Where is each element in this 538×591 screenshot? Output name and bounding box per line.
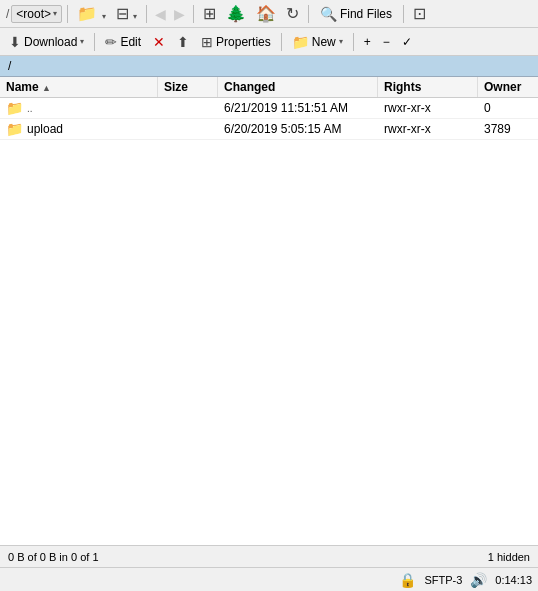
column-rights[interactable]: Rights bbox=[378, 77, 478, 97]
sep2 bbox=[146, 5, 147, 23]
root-label: <root> bbox=[16, 7, 51, 21]
move-btn[interactable]: ⬆ bbox=[172, 32, 194, 52]
edit-icon: ✏ bbox=[105, 34, 117, 50]
root-dropdown-btn[interactable]: <root> ▾ bbox=[11, 5, 62, 23]
edit-label: Edit bbox=[120, 35, 141, 49]
new-chevron-icon: ▾ bbox=[339, 37, 343, 46]
find-files-btn[interactable]: 🔍 Find Files bbox=[314, 4, 398, 24]
status-right: 1 hidden bbox=[488, 551, 530, 563]
status-left: 0 B of 0 B in 0 of 1 bbox=[8, 551, 99, 563]
file-changed-cell: 6/20/2019 5:05:15 AM bbox=[218, 119, 378, 139]
minus-btn[interactable]: − bbox=[378, 33, 395, 51]
back-btn[interactable]: ◀ bbox=[152, 4, 169, 24]
plus-icon: + bbox=[364, 35, 371, 49]
download-chevron-icon: ▾ bbox=[80, 37, 84, 46]
download-icon: ⬇ bbox=[9, 34, 21, 50]
filter-chevron-icon: ▾ bbox=[133, 12, 137, 21]
connection-bar: 🔒 SFTP-3 🔊 0:14:13 bbox=[0, 567, 538, 591]
sep3 bbox=[193, 5, 194, 23]
sep6 bbox=[94, 33, 95, 51]
sep7 bbox=[281, 33, 282, 51]
column-owner[interactable]: Owner bbox=[478, 77, 538, 97]
check-btn[interactable]: ✓ bbox=[397, 33, 417, 51]
home-btn[interactable]: 🏠 bbox=[252, 2, 280, 25]
grid-view-btn[interactable]: ⊞ bbox=[199, 2, 220, 25]
find-files-label: Find Files bbox=[340, 7, 392, 21]
root-chevron-icon: ▾ bbox=[53, 9, 57, 18]
refresh-btn[interactable]: ↻ bbox=[282, 2, 303, 25]
delete-icon: ✕ bbox=[153, 34, 165, 50]
file-size-cell bbox=[158, 119, 218, 139]
sep4 bbox=[308, 5, 309, 23]
properties-btn[interactable]: ⊞ Properties bbox=[196, 32, 276, 52]
sep8 bbox=[353, 33, 354, 51]
folder-icon: 📁 bbox=[77, 5, 97, 22]
folder-btn[interactable]: 📁 ▾ bbox=[73, 2, 109, 25]
file-list-container[interactable]: Name ▲ Size Changed Rights Owner 📁 .. 6/… bbox=[0, 77, 538, 545]
current-path-bar: / bbox=[0, 56, 538, 77]
properties-label: Properties bbox=[216, 35, 271, 49]
edit-btn[interactable]: ✏ Edit bbox=[100, 32, 146, 52]
lock-icon: 🔒 bbox=[399, 572, 416, 588]
toolbar-row1: / <root> ▾ 📁 ▾ ⊟ ▾ ◀ ▶ ⊞ 🌲 🏠 ↻ 🔍 Find Fi… bbox=[0, 0, 538, 28]
table-row[interactable]: 📁 .. 6/21/2019 11:51:51 AM rwxr-xr-x 0 bbox=[0, 98, 538, 119]
column-name[interactable]: Name ▲ bbox=[0, 77, 158, 97]
breadcrumb-path: / <root> ▾ bbox=[4, 5, 62, 23]
time-item: 0:14:13 bbox=[495, 574, 532, 586]
check-icon: ✓ bbox=[402, 35, 412, 49]
sync-btn[interactable]: ⊡ bbox=[409, 2, 430, 25]
file-rights-cell: rwxr-xr-x bbox=[378, 98, 478, 118]
delete-btn[interactable]: ✕ bbox=[148, 32, 170, 52]
file-changed-cell: 6/21/2019 11:51:51 AM bbox=[218, 98, 378, 118]
properties-icon: ⊞ bbox=[201, 34, 213, 50]
current-path-text: / bbox=[8, 59, 11, 73]
filter-icon: ⊟ bbox=[116, 5, 129, 22]
audio-icon: 🔊 bbox=[470, 572, 487, 588]
connection-time: 0:14:13 bbox=[495, 574, 532, 586]
new-btn[interactable]: 📁 New ▾ bbox=[287, 32, 348, 52]
new-icon: 📁 bbox=[292, 34, 309, 50]
file-owner-cell: 0 bbox=[478, 98, 538, 118]
parent-folder-icon: 📁 bbox=[6, 100, 23, 116]
sep5 bbox=[403, 5, 404, 23]
add-btn[interactable]: + bbox=[359, 33, 376, 51]
minus-icon: − bbox=[383, 35, 390, 49]
file-name-cell: 📁 .. bbox=[0, 98, 158, 118]
file-name-text: upload bbox=[27, 122, 63, 136]
new-label: New bbox=[312, 35, 336, 49]
column-changed[interactable]: Changed bbox=[218, 77, 378, 97]
table-row[interactable]: 📁 upload 6/20/2019 5:05:15 AM rwxr-xr-x … bbox=[0, 119, 538, 140]
file-owner-cell: 3789 bbox=[478, 119, 538, 139]
sort-arrow-icon: ▲ bbox=[42, 83, 51, 93]
forward-btn[interactable]: ▶ bbox=[171, 4, 188, 24]
download-label: Download bbox=[24, 35, 77, 49]
audio-item: 🔊 bbox=[470, 572, 487, 588]
move-icon: ⬆ bbox=[177, 34, 189, 50]
tree-view-btn[interactable]: 🌲 bbox=[222, 2, 250, 25]
find-icon: 🔍 bbox=[320, 6, 337, 22]
folder-icon: 📁 bbox=[6, 121, 23, 137]
file-name-cell: 📁 upload bbox=[0, 119, 158, 139]
toolbar-row2: ⬇ Download ▾ ✏ Edit ✕ ⬆ ⊞ Properties 📁 N… bbox=[0, 28, 538, 56]
folder-chevron-icon: ▾ bbox=[102, 12, 106, 21]
column-size[interactable]: Size bbox=[158, 77, 218, 97]
sep1 bbox=[67, 5, 68, 23]
file-size-cell bbox=[158, 98, 218, 118]
file-list-header: Name ▲ Size Changed Rights Owner bbox=[0, 77, 538, 98]
file-rights-cell: rwxr-xr-x bbox=[378, 119, 478, 139]
status-bar: 0 B of 0 B in 0 of 1 1 hidden bbox=[0, 545, 538, 567]
path-slash: / bbox=[6, 7, 9, 21]
protocol-label: SFTP-3 bbox=[424, 574, 462, 586]
download-btn[interactable]: ⬇ Download ▾ bbox=[4, 32, 89, 52]
filter-btn[interactable]: ⊟ ▾ bbox=[112, 2, 141, 25]
protocol-item: SFTP-3 bbox=[424, 574, 462, 586]
lock-item: 🔒 bbox=[399, 572, 416, 588]
dotdot-label: .. bbox=[27, 103, 33, 114]
